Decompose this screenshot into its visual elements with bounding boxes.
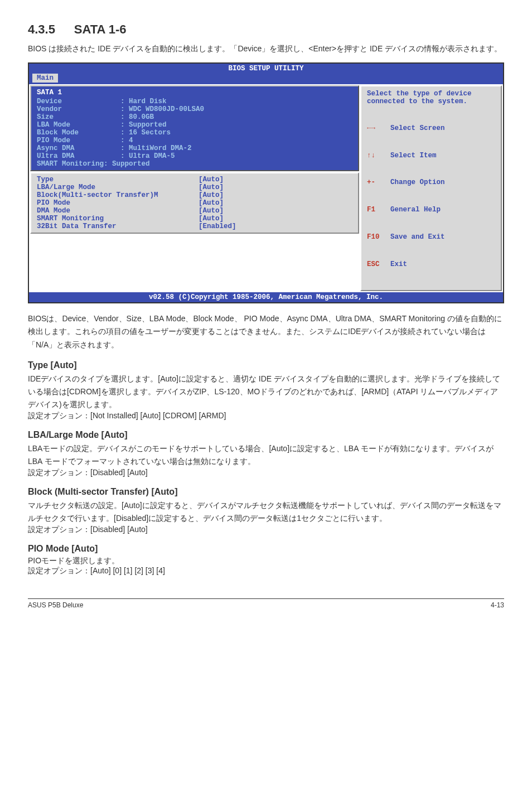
type-options: 設定オプション：[Not Installed] [Auto] [CDROM] […	[28, 411, 504, 421]
footer-right: 4-13	[491, 601, 504, 609]
type-body: IDEデバイスのタイプを選択します。[Auto]に設定すると、適切な IDE デ…	[28, 373, 504, 411]
bios-setting-row: 32Bit Data Transfer[Enabled]	[37, 223, 352, 230]
bios-setting-row: SMART Monitoring[Auto]	[37, 215, 352, 223]
bios-info-row: Ultra DMA: Ultra DMA-5	[37, 152, 352, 160]
bios-help-text: Select the type of device connected to t…	[367, 90, 495, 105]
lba-options: 設定オプション：[Disabled] [Auto]	[28, 468, 504, 478]
bios-panel-heading: SATA 1	[37, 89, 352, 96]
bios-copyright: v02.58 (C)Copyright 1985-2006, American …	[29, 292, 503, 302]
bios-info-row: Block Mode: 16 Sectors	[37, 129, 352, 137]
section-number: 4.3.5	[28, 22, 55, 37]
bios-info-row: Vendor: WDC WD800JD-00LSA0	[37, 105, 352, 113]
bios-help-panel: Select the type of device connected to t…	[360, 85, 502, 291]
intro-paragraph: BIOS は接続された IDE デバイスを自動的に検出します。「Device」を…	[28, 42, 504, 55]
block-heading: Block (Multi-sector Transfer) [Auto]	[28, 487, 504, 497]
bios-info-row: Async DMA: MultiWord DMA-2	[37, 144, 352, 152]
bios-info-row: LBA Mode: Supported	[37, 121, 352, 129]
bios-setting-row: Type[Auto]	[37, 176, 352, 183]
bios-info-row: Size: 80.0GB	[37, 113, 352, 121]
bios-tab-main: Main	[32, 74, 58, 83]
bios-info-panel: SATA 1 Device: Hard Disk Vendor: WDC WD8…	[30, 85, 359, 171]
bios-setting-row: LBA/Large Mode[Auto]	[37, 183, 352, 191]
bios-title: BIOS SETUP UTILITY	[29, 64, 503, 74]
bios-info-row: PIO Mode: 4	[37, 137, 352, 144]
bios-info-row: SMART Monitoring: Supported	[37, 160, 352, 168]
bios-tab-row: Main	[29, 74, 503, 84]
bios-info-row: Device: Hard Disk	[37, 98, 352, 105]
type-heading: Type [Auto]	[28, 360, 504, 370]
lba-body: LBAモードの設定。デバイスがこのモードをサポートしている場合、[Auto]に設…	[28, 442, 504, 468]
after-bios-paragraph: BIOSは、Device、Vendor、Size、LBA Mode、Block …	[28, 312, 504, 351]
lba-heading: LBA/Large Mode [Auto]	[28, 430, 504, 440]
pio-heading: PIO Mode [Auto]	[28, 544, 504, 554]
section-header: 4.3.5 SATA 1-6	[28, 22, 504, 37]
page-footer: ASUS P5B Deluxe 4-13	[28, 598, 504, 609]
bios-screenshot: BIOS SETUP UTILITY Main SATA 1 Device: H…	[28, 62, 504, 303]
bios-setting-row: DMA Mode[Auto]	[37, 207, 352, 215]
block-options: 設定オプション：[Disabled] [Auto]	[28, 525, 504, 535]
footer-left: ASUS P5B Deluxe	[28, 601, 83, 609]
bios-setting-row: Block(Multi-sector Transfer)M[Auto]	[37, 191, 352, 199]
block-body: マルチセクタ転送の設定。[Auto]に設定すると、デバイスがマルチセクタ転送機能…	[28, 499, 504, 525]
pio-body: PIOモードを選択します。	[28, 556, 504, 566]
section-title: SATA 1-6	[74, 22, 127, 37]
bios-setting-row: PIO Mode[Auto]	[37, 199, 352, 207]
pio-options: 設定オプション：[Auto] [0] [1] [2] [3] [4]	[28, 566, 504, 576]
bios-nav-keys: ←→Select Screen ↑↓Select Item +-Change O…	[367, 105, 495, 287]
bios-settings-panel: Type[Auto] LBA/Large Mode[Auto] Block(Mu…	[30, 172, 359, 234]
